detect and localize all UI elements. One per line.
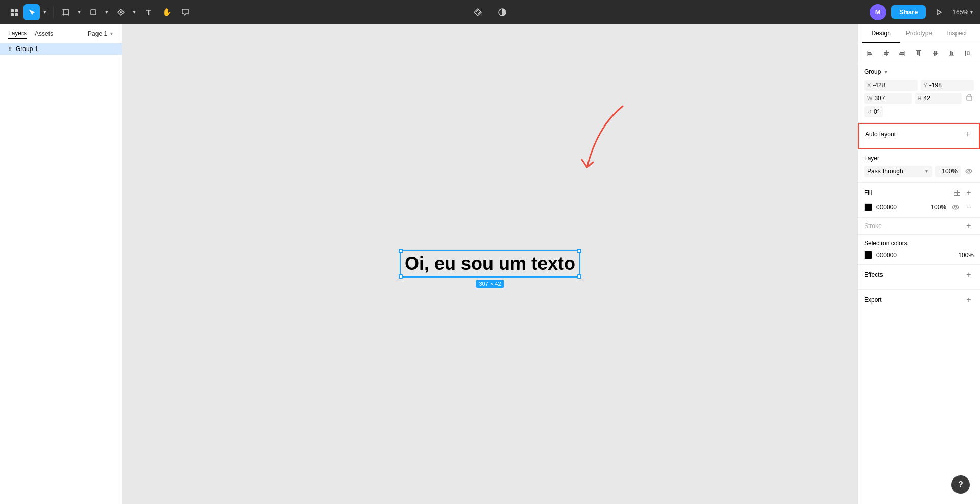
selection-colors-title: Selection colors [864,240,908,247]
group-chevron-icon: ▼ [883,69,888,75]
distribute-button[interactable] [963,47,974,59]
pen-tool-chevron[interactable]: ▼ [130,4,138,20]
help-button[interactable]: ? [951,475,970,494]
fill-color-swatch[interactable] [864,203,872,211]
text-selection-box: Oi, eu sou um texto 307 × 42 [400,250,580,278]
text-tool-button[interactable]: T [140,4,157,20]
svg-point-34 [968,170,970,172]
tab-layers[interactable]: Layers [8,29,27,39]
canvas-text-element[interactable]: Oi, eu sou um texto 307 × 42 [400,250,580,278]
handle-br[interactable] [577,274,581,279]
svg-rect-23 [919,51,921,56]
handle-tl[interactable] [399,249,403,253]
avatar-button[interactable]: M [870,4,886,20]
align-center-v-button[interactable] [930,47,941,59]
layer-visibility-button[interactable] [964,166,974,177]
effects-section: Effects + [858,265,980,290]
page-selector[interactable]: Page 1 ▼ [88,30,114,37]
x-value: -428 [873,82,885,89]
left-panel: Layers Assets Page 1 ▼ ⠿ Group 1 [0,24,122,504]
hand-tool-button[interactable]: ✋ [159,4,175,20]
handle-bl[interactable] [399,274,403,279]
fill-remove-button[interactable]: − [965,203,974,212]
rotate-field[interactable]: ↺ 0° [864,106,883,117]
svg-rect-13 [868,52,871,53]
canvas-area[interactable]: Oi, eu sou um texto 307 × 42 [122,24,857,504]
x-field[interactable]: X -428 [864,80,918,91]
fill-visibility-button[interactable] [950,202,961,212]
constrain-proportions-button[interactable] [965,93,974,102]
blend-mode-select[interactable]: Pass through ▼ [864,166,932,177]
w-field[interactable]: W 307 [864,93,912,104]
svg-rect-28 [950,51,952,55]
svg-rect-35 [954,190,957,193]
comment-tool-button[interactable] [177,4,193,20]
shapes-tool-chevron[interactable]: ▼ [103,4,111,20]
fill-grid-button[interactable] [952,188,962,197]
handle-tr[interactable] [577,249,581,253]
panel-tabs: Layers Assets Page 1 ▼ [0,24,122,43]
group-title-label: Group [864,68,881,75]
tool-group-frame: ▼ [58,4,83,20]
main-layout: Layers Assets Page 1 ▼ ⠿ Group 1 Oi [0,24,980,504]
main-menu-button[interactable] [6,4,22,20]
svg-rect-1 [15,9,18,12]
auto-layout-title: Auto layout [865,131,896,138]
svg-rect-24 [933,53,938,54]
align-center-h-button[interactable] [880,47,892,59]
rotate-icon: ↺ [867,109,872,115]
stroke-add-button[interactable]: + [964,221,974,231]
tab-prototype[interactable]: Prototype [900,24,938,43]
tab-design[interactable]: Design [862,24,900,43]
components-button[interactable] [470,4,486,20]
effects-add-button[interactable]: + [964,270,974,280]
frame-tool-chevron[interactable]: ▼ [75,4,83,20]
h-label: H [918,95,922,102]
export-header: Export + [864,295,974,305]
export-add-button[interactable]: + [964,295,974,305]
svg-rect-29 [952,52,953,55]
alignment-row [858,43,980,63]
selection-color-swatch[interactable] [864,251,872,259]
svg-rect-14 [868,54,872,55]
contrast-button[interactable] [494,4,510,20]
layer-group-icon: ⠿ [8,46,12,52]
zoom-level-button[interactable]: 165% ▼ [952,9,974,16]
align-bottom-button[interactable] [946,47,958,59]
play-button[interactable] [931,4,947,20]
align-left-button[interactable] [864,47,875,59]
layer-section: Layer Pass through ▼ 100% [858,149,980,183]
toolbar-center [470,4,510,20]
svg-rect-22 [917,51,919,55]
y-field[interactable]: Y -198 [921,80,974,91]
auto-layout-add-button[interactable]: + [963,129,973,139]
shapes-tool-button[interactable] [85,4,102,20]
align-top-button[interactable] [913,47,924,59]
canvas-text-content: Oi, eu sou um texto [405,253,575,274]
rotate-row: ↺ 0° [864,106,974,117]
group-section: Group ▼ X -428 Y -198 W 307 H [858,63,980,123]
h-field[interactable]: H 42 [915,93,962,104]
x-label: X [867,82,871,88]
svg-rect-12 [867,51,868,56]
layer-item-group1[interactable]: ⠿ Group 1 [0,43,122,55]
svg-rect-25 [934,51,936,56]
pen-tool-button[interactable] [113,4,129,20]
svg-rect-19 [900,52,904,53]
align-right-button[interactable] [897,47,908,59]
select-tool-button[interactable] [23,4,40,20]
right-panel: Design Prototype Inspect [857,24,980,504]
stroke-section: Stroke + [858,218,980,235]
frame-tool-button[interactable] [58,4,74,20]
layer-item-label: Group 1 [16,45,38,53]
opacity-field[interactable]: 100% [935,166,961,177]
share-button[interactable]: Share [891,5,926,19]
fill-add-button[interactable]: + [964,188,974,198]
tab-assets[interactable]: Assets [35,29,53,38]
tab-inspect[interactable]: Inspect [938,24,976,43]
tool-group-pen: ▼ [113,4,138,20]
select-tool-chevron[interactable]: ▼ [41,4,49,20]
y-value: -198 [929,82,942,89]
fill-row: 000000 100% − [864,202,974,212]
rotate-value: 0° [874,108,879,115]
